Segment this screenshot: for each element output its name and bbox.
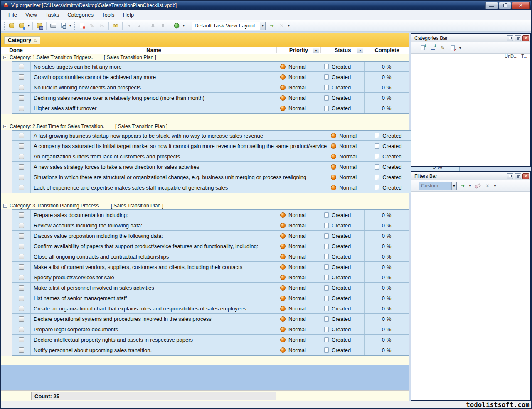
group-by-category-chip[interactable]: Category △ <box>4 36 40 44</box>
menu-item-tasks[interactable]: Tasks <box>41 10 63 19</box>
task-row[interactable]: Review accounts including the following … <box>12 220 409 231</box>
collapse-icon[interactable]: − <box>3 56 7 59</box>
task-row[interactable]: Create an organizational chart that expl… <box>12 303 409 314</box>
clear-filter-button[interactable] <box>473 182 482 190</box>
categories-toolbar-dropdown-icon[interactable]: ▼ <box>458 46 462 50</box>
close-button[interactable]: ✕ <box>512 2 530 9</box>
filters-pin-button[interactable] <box>515 173 521 179</box>
task-row[interactable]: List names of senior management staffNor… <box>12 293 409 303</box>
layout-combo-dropdown-icon[interactable]: ▼ <box>260 22 265 30</box>
apply-filter-button[interactable]: ➔ <box>458 182 467 190</box>
edit-task-button[interactable]: ✎ <box>87 21 96 30</box>
cut-task-button[interactable]: ✄ <box>97 21 106 30</box>
print-dropdown-icon[interactable]: ▼ <box>69 24 72 27</box>
task-checkbox[interactable] <box>19 74 24 80</box>
reminder-dropdown-icon[interactable]: ▼ <box>182 24 185 27</box>
toolbar-grip[interactable] <box>74 22 75 30</box>
task-row[interactable]: Make a list of personnel involved in sal… <box>12 283 409 293</box>
task-row[interactable]: Situations in which there are structural… <box>12 172 459 182</box>
move-up-button[interactable]: ▴ <box>135 21 144 30</box>
task-checkbox[interactable] <box>19 154 24 159</box>
toolbar-grip[interactable] <box>4 22 5 30</box>
task-row[interactable]: Lack of experience and expertise makes s… <box>12 182 459 193</box>
task-checkbox[interactable] <box>19 254 24 259</box>
group-header-row[interactable]: −Category: 2.Best Time for Sales Transit… <box>1 123 409 130</box>
task-row[interactable]: Higher sales staff turnoverNormalCreated… <box>12 103 409 113</box>
task-checkbox[interactable] <box>19 64 24 69</box>
task-checkbox[interactable] <box>19 212 24 218</box>
apply-filter-dropdown-icon[interactable]: ▼ <box>468 184 472 188</box>
filter-preset-dropdown-icon[interactable]: ▼ <box>451 182 456 190</box>
task-row[interactable]: Make a list of current vendors, supplier… <box>12 262 409 272</box>
task-checkbox[interactable] <box>19 296 24 301</box>
layout-dropdown-icon[interactable]: ▼ <box>287 24 291 27</box>
task-row[interactable]: A fast-growing business startup now appe… <box>12 131 459 141</box>
layout-combo[interactable]: Default Task View Layout ▼ <box>192 22 266 30</box>
task-checkbox[interactable] <box>19 133 24 138</box>
task-checkbox[interactable] <box>19 223 24 228</box>
task-row[interactable]: Discuss value proposition including the … <box>12 231 409 241</box>
column-header-status[interactable]: Status ▼ <box>320 47 365 53</box>
task-checkbox[interactable] <box>19 327 24 332</box>
categories-restore-button[interactable] <box>507 35 513 41</box>
task-row[interactable]: Prepare legal corporate documentsNormalC… <box>12 324 409 335</box>
categories-close-button[interactable]: ✕ <box>522 35 529 41</box>
categories-pin-button[interactable] <box>515 35 521 41</box>
column-header-complete[interactable]: Complete <box>365 47 409 53</box>
restore-button[interactable] <box>499 2 511 9</box>
group-header-row[interactable]: −Category: 1.Sales Transition Triggers.[… <box>1 54 409 61</box>
filters-toolbar-dropdown-icon[interactable]: ▼ <box>493 184 497 188</box>
print-button[interactable] <box>49 21 58 30</box>
group-header-row[interactable]: −Category: 3.Transition Planning Process… <box>1 202 409 209</box>
menu-item-view[interactable]: View <box>21 10 41 19</box>
reminder-button[interactable] <box>172 21 181 30</box>
delete-layout-button[interactable]: ✕ <box>277 21 286 30</box>
move-bottom-button[interactable]: ⇊ <box>148 21 158 30</box>
task-checkbox[interactable] <box>19 175 24 180</box>
task-row[interactable]: Specify products/services for saleNormal… <box>12 272 409 283</box>
collapse-icon[interactable]: − <box>3 125 7 128</box>
task-row[interactable]: Prepare sales documentation including:No… <box>12 210 409 220</box>
move-top-button[interactable]: ⇈ <box>158 21 167 30</box>
new-category-button[interactable]: + <box>419 44 427 52</box>
edit-category-button[interactable]: ✎ <box>438 44 447 52</box>
save-database-button[interactable] <box>35 21 44 30</box>
task-checkbox[interactable] <box>19 337 24 342</box>
task-checkbox[interactable] <box>19 244 24 249</box>
tree-header-undone[interactable]: UnD... <box>503 54 520 60</box>
task-checkbox[interactable] <box>19 264 24 270</box>
new-task-button[interactable] <box>77 21 86 30</box>
task-checkbox[interactable] <box>19 95 24 101</box>
save-layout-button[interactable]: ➔ <box>267 21 276 30</box>
task-checkbox[interactable] <box>19 164 24 170</box>
task-row[interactable]: An organization suffers from lack of cus… <box>12 151 459 162</box>
priority-filter-dropdown[interactable]: ▼ <box>313 48 319 53</box>
task-row[interactable]: No luck in winning new clients and prosp… <box>12 82 409 93</box>
column-header-done[interactable]: Done <box>1 47 31 53</box>
move-down-button[interactable]: ▾ <box>125 21 134 30</box>
task-checkbox[interactable] <box>19 185 24 190</box>
task-checkbox[interactable] <box>19 285 24 291</box>
task-row[interactable]: Notify personnel about upcoming sales tr… <box>12 345 409 355</box>
task-checkbox[interactable] <box>19 306 24 311</box>
new-subcategory-button[interactable]: + <box>429 44 437 52</box>
task-checkbox[interactable] <box>19 233 24 239</box>
task-row[interactable]: A new sales strategy forces to take a ne… <box>12 162 459 172</box>
task-row[interactable]: Declining sales revenue over a relativel… <box>12 93 409 103</box>
menu-item-file[interactable]: File <box>4 10 21 19</box>
filters-restore-button[interactable] <box>507 173 513 179</box>
toolbar-grip[interactable] <box>414 182 416 190</box>
task-checkbox[interactable] <box>19 316 24 322</box>
minimize-button[interactable] <box>485 2 498 9</box>
open-database-dropdown-icon[interactable]: ▼ <box>27 24 30 27</box>
toolbar-grip[interactable] <box>414 44 416 52</box>
status-filter-dropdown[interactable]: ▼ <box>357 48 363 53</box>
collapse-icon[interactable]: − <box>3 204 7 208</box>
menu-item-help[interactable]: Help <box>118 10 138 19</box>
task-checkbox[interactable] <box>19 106 24 111</box>
task-row[interactable]: Declare operational systems and procedur… <box>12 314 409 324</box>
column-header-name[interactable]: Name <box>31 47 276 53</box>
filter-preset-combo[interactable]: Custom ▼ <box>419 182 457 190</box>
delete-category-button[interactable]: ✕ <box>448 44 457 52</box>
menu-item-tools[interactable]: Tools <box>98 10 118 19</box>
